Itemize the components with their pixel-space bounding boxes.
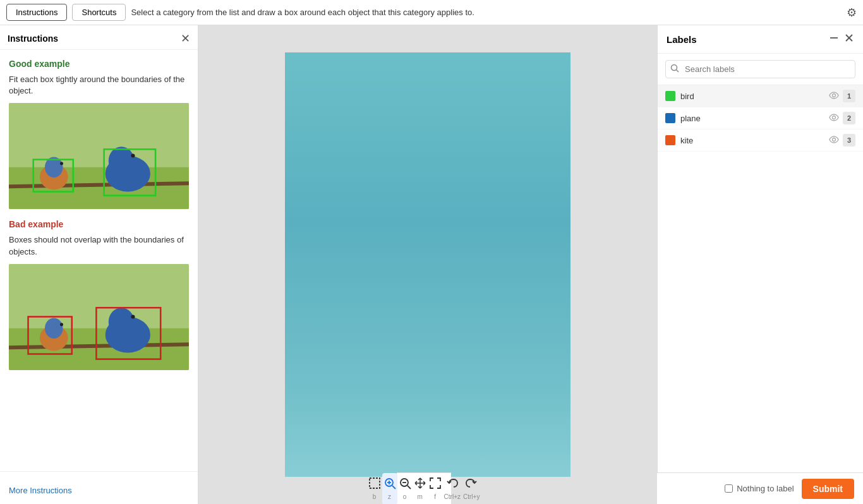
fit-tool-button[interactable]: f [428, 473, 443, 505]
svg-rect-26 [285, 52, 570, 477]
shortcuts-button[interactable]: Shortcuts [72, 4, 126, 21]
svg-line-41 [392, 486, 395, 489]
bad-example-title: Bad example [9, 219, 189, 229]
svg-rect-1 [9, 167, 189, 209]
svg-point-52 [833, 94, 836, 97]
more-instructions-link[interactable]: More Instructions [9, 483, 72, 498]
svg-point-54 [833, 138, 836, 141]
zoom-out-tool-button[interactable]: o [397, 473, 413, 505]
select-tool-button[interactable]: b [367, 473, 382, 505]
kite-visibility-button[interactable] [829, 135, 839, 145]
labels-header: Labels [658, 25, 863, 54]
select-icon [368, 477, 381, 493]
label-item-plane[interactable]: plane 2 [658, 107, 863, 129]
svg-point-23 [131, 315, 135, 318]
bird-label-name: bird [680, 92, 824, 101]
zoom-out-icon [399, 477, 411, 493]
annotation-canvas[interactable] [285, 52, 570, 477]
bottom-toolbar: b z o m [397, 472, 451, 504]
submit-button[interactable]: Submit [802, 479, 854, 499]
good-example-title: Good example [9, 59, 189, 69]
topbar-message: Select a category from the list and draw… [131, 8, 842, 17]
bird-color-swatch [665, 91, 675, 101]
plane-label-actions: 2 [829, 112, 855, 124]
nothing-to-label-checkbox[interactable] [725, 484, 733, 493]
search-container [658, 54, 863, 85]
plane-label-name: plane [680, 114, 824, 123]
kite-color-swatch [665, 135, 675, 145]
topbar: Instructions Shortcuts Select a category… [0, 0, 863, 25]
labels-panel: Labels bird [657, 25, 863, 504]
bird-visibility-button[interactable] [829, 91, 839, 101]
panel-title: Instructions [8, 33, 58, 44]
kite-label-actions: 3 [829, 134, 855, 147]
svg-point-10 [131, 154, 135, 158]
panel-content: Good example Fit each box tightly around… [0, 50, 198, 471]
move-icon [414, 477, 426, 493]
plane-visibility-button[interactable] [829, 113, 839, 123]
svg-point-19 [60, 323, 63, 326]
plane-color-swatch [665, 113, 675, 123]
search-wrapper [665, 60, 855, 78]
bird-count-badge: 1 [843, 90, 855, 102]
redo-tool-button[interactable]: Ctrl+y [462, 473, 481, 505]
svg-line-45 [407, 486, 411, 489]
plane-count-badge: 2 [843, 112, 855, 124]
labels-list: bird 1 plane 2 [658, 85, 863, 504]
kite-label-name: kite [680, 136, 824, 145]
bird-label-actions: 1 [829, 90, 855, 102]
svg-rect-39 [370, 478, 380, 488]
label-item-bird[interactable]: bird 1 [658, 85, 863, 107]
gear-icon[interactable]: ⚙ [847, 6, 857, 20]
redo-icon [465, 477, 478, 493]
svg-point-53 [833, 116, 836, 119]
nothing-to-label-text: Nothing to label [737, 484, 794, 493]
close-labels-button[interactable] [844, 33, 854, 45]
move-tool-button[interactable]: m [413, 473, 428, 505]
panel-header: Instructions ✕ [0, 25, 198, 50]
fit-icon [429, 477, 442, 493]
svg-rect-14 [9, 328, 189, 369]
labels-title: Labels [667, 34, 697, 45]
good-example-desc: Fit each box tightly around the boundari… [9, 74, 189, 97]
close-panel-button[interactable]: ✕ [181, 33, 190, 44]
minimize-labels-button[interactable] [829, 33, 839, 45]
undo-icon [446, 477, 459, 493]
nothing-to-label-label[interactable]: Nothing to label [725, 484, 794, 493]
submission-bar: Nothing to label Submit [657, 472, 863, 504]
undo-tool-button[interactable]: Ctrl+z [443, 473, 462, 505]
kite-count-badge: 3 [843, 134, 855, 147]
good-example-image [9, 103, 189, 209]
instructions-panel: Instructions ✕ Good example Fit each box… [0, 25, 198, 504]
label-item-kite[interactable]: kite 3 [658, 129, 863, 152]
zoom-in-icon [383, 477, 396, 493]
header-actions [829, 33, 854, 45]
canvas-area[interactable]: b z o m [198, 25, 657, 504]
panel-footer: More Instructions [0, 471, 198, 504]
zoom-in-tool-button[interactable]: z [382, 473, 397, 505]
instructions-button[interactable]: Instructions [6, 4, 67, 21]
svg-point-6 [60, 162, 63, 165]
bad-example-image [9, 264, 189, 370]
search-labels-input[interactable] [665, 60, 855, 78]
main-layout: Instructions ✕ Good example Fit each box… [0, 25, 863, 504]
bad-example-desc: Boxes should not overlap with the bounda… [9, 234, 189, 257]
